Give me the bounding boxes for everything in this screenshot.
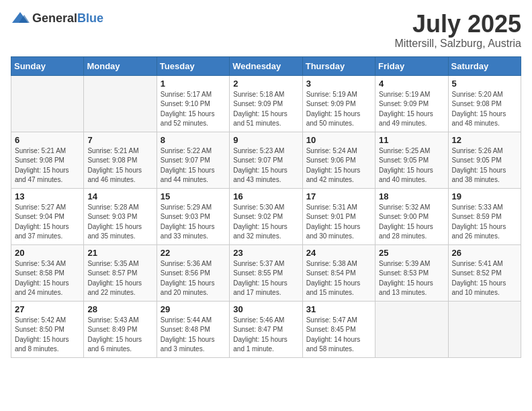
day-number: 31 — [306, 304, 371, 314]
day-number: 23 — [233, 248, 298, 258]
calendar-table: Sunday Monday Tuesday Wednesday Thursday… — [11, 56, 521, 358]
day-number: 2 — [233, 79, 298, 89]
calendar-cell: 25Sunrise: 5:39 AMSunset: 8:53 PMDayligh… — [375, 244, 448, 301]
day-info: Sunrise: 5:20 AMSunset: 9:08 PMDaylight:… — [452, 91, 506, 128]
calendar-cell: 26Sunrise: 5:41 AMSunset: 8:52 PMDayligh… — [448, 244, 521, 301]
calendar-cell: 22Sunrise: 5:36 AMSunset: 8:56 PMDayligh… — [157, 244, 229, 301]
day-number: 7 — [87, 135, 152, 145]
calendar-cell — [84, 75, 157, 132]
day-number: 30 — [233, 304, 298, 314]
day-number: 20 — [15, 248, 80, 258]
calendar-cell: 10Sunrise: 5:24 AMSunset: 9:06 PMDayligh… — [302, 132, 375, 188]
day-info: Sunrise: 5:26 AMSunset: 9:05 PMDaylight:… — [452, 147, 506, 184]
day-info: Sunrise: 5:46 AMSunset: 8:47 PMDaylight:… — [233, 316, 287, 353]
calendar-cell: 16Sunrise: 5:30 AMSunset: 9:02 PMDayligh… — [230, 188, 302, 244]
day-number: 17 — [306, 191, 371, 201]
calendar-cell: 15Sunrise: 5:29 AMSunset: 9:03 PMDayligh… — [157, 188, 229, 244]
calendar-cell: 29Sunrise: 5:44 AMSunset: 8:48 PMDayligh… — [157, 301, 229, 357]
calendar-cell: 3Sunrise: 5:19 AMSunset: 9:09 PMDaylight… — [302, 75, 375, 132]
calendar-cell — [11, 75, 84, 132]
calendar-cell: 11Sunrise: 5:25 AMSunset: 9:05 PMDayligh… — [375, 132, 448, 188]
day-number: 4 — [379, 79, 444, 89]
day-info: Sunrise: 5:23 AMSunset: 9:07 PMDaylight:… — [233, 147, 287, 184]
col-monday: Monday — [84, 56, 157, 75]
day-info: Sunrise: 5:30 AMSunset: 9:02 PMDaylight:… — [233, 203, 287, 240]
location-title: Mittersill, Salzburg, Austria — [394, 38, 521, 50]
day-number: 22 — [161, 248, 226, 258]
day-number: 1 — [161, 79, 226, 89]
day-number: 3 — [306, 79, 371, 89]
calendar-cell: 7Sunrise: 5:21 AMSunset: 9:08 PMDaylight… — [84, 132, 157, 188]
day-info: Sunrise: 5:38 AMSunset: 8:54 PMDaylight:… — [306, 260, 361, 297]
calendar-cell: 20Sunrise: 5:34 AMSunset: 8:58 PMDayligh… — [11, 244, 84, 301]
day-number: 27 — [15, 304, 80, 314]
day-number: 13 — [15, 191, 80, 201]
day-number: 9 — [233, 135, 298, 145]
day-number: 26 — [452, 248, 517, 258]
logo-icon — [11, 11, 30, 26]
day-number: 6 — [15, 135, 80, 145]
day-info: Sunrise: 5:19 AMSunset: 9:09 PMDaylight:… — [306, 91, 361, 128]
calendar-cell: 24Sunrise: 5:38 AMSunset: 8:54 PMDayligh… — [302, 244, 375, 301]
calendar-week-1: 1Sunrise: 5:17 AMSunset: 9:10 PMDaylight… — [11, 75, 521, 132]
day-number: 15 — [161, 191, 226, 201]
calendar-cell: 27Sunrise: 5:42 AMSunset: 8:50 PMDayligh… — [11, 301, 84, 357]
calendar-cell: 1Sunrise: 5:17 AMSunset: 9:10 PMDaylight… — [157, 75, 229, 132]
logo-blue: Blue — [77, 11, 103, 25]
day-number: 21 — [87, 248, 152, 258]
calendar-cell: 31Sunrise: 5:47 AMSunset: 8:45 PMDayligh… — [302, 301, 375, 357]
calendar-cell: 2Sunrise: 5:18 AMSunset: 9:09 PMDaylight… — [230, 75, 302, 132]
title-block: July 2025 Mittersill, Salzburg, Austria — [394, 11, 521, 50]
calendar-cell: 17Sunrise: 5:31 AMSunset: 9:01 PMDayligh… — [302, 188, 375, 244]
calendar-cell: 8Sunrise: 5:22 AMSunset: 9:07 PMDaylight… — [157, 132, 229, 188]
calendar-week-5: 27Sunrise: 5:42 AMSunset: 8:50 PMDayligh… — [11, 301, 521, 357]
calendar-cell: 18Sunrise: 5:32 AMSunset: 9:00 PMDayligh… — [375, 188, 448, 244]
day-info: Sunrise: 5:22 AMSunset: 9:07 PMDaylight:… — [161, 147, 215, 184]
day-info: Sunrise: 5:21 AMSunset: 9:08 PMDaylight:… — [87, 147, 142, 184]
day-info: Sunrise: 5:36 AMSunset: 8:56 PMDaylight:… — [161, 260, 215, 297]
day-info: Sunrise: 5:37 AMSunset: 8:55 PMDaylight:… — [233, 260, 287, 297]
day-number: 18 — [379, 191, 444, 201]
calendar-cell: 13Sunrise: 5:27 AMSunset: 9:04 PMDayligh… — [11, 188, 84, 244]
col-friday: Friday — [375, 56, 448, 75]
day-number: 5 — [452, 79, 517, 89]
day-info: Sunrise: 5:34 AMSunset: 8:58 PMDaylight:… — [15, 260, 69, 297]
day-info: Sunrise: 5:28 AMSunset: 9:03 PMDaylight:… — [87, 203, 142, 240]
calendar-cell: 4Sunrise: 5:19 AMSunset: 9:09 PMDaylight… — [375, 75, 448, 132]
calendar-cell: 5Sunrise: 5:20 AMSunset: 9:08 PMDaylight… — [448, 75, 521, 132]
day-number: 16 — [233, 191, 298, 201]
day-info: Sunrise: 5:33 AMSunset: 8:59 PMDaylight:… — [452, 203, 506, 240]
day-info: Sunrise: 5:41 AMSunset: 8:52 PMDaylight:… — [452, 260, 506, 297]
day-number: 14 — [87, 191, 152, 201]
calendar-cell: 28Sunrise: 5:43 AMSunset: 8:49 PMDayligh… — [84, 301, 157, 357]
day-info: Sunrise: 5:42 AMSunset: 8:50 PMDaylight:… — [15, 316, 69, 353]
day-number: 10 — [306, 135, 371, 145]
day-number: 24 — [306, 248, 371, 258]
col-thursday: Thursday — [302, 56, 375, 75]
calendar-week-3: 13Sunrise: 5:27 AMSunset: 9:04 PMDayligh… — [11, 188, 521, 244]
day-info: Sunrise: 5:29 AMSunset: 9:03 PMDaylight:… — [161, 203, 215, 240]
day-info: Sunrise: 5:21 AMSunset: 9:08 PMDaylight:… — [15, 147, 69, 184]
calendar-cell: 23Sunrise: 5:37 AMSunset: 8:55 PMDayligh… — [230, 244, 302, 301]
day-info: Sunrise: 5:47 AMSunset: 8:45 PMDaylight:… — [306, 316, 361, 353]
calendar-cell: 30Sunrise: 5:46 AMSunset: 8:47 PMDayligh… — [230, 301, 302, 357]
day-number: 8 — [161, 135, 226, 145]
day-info: Sunrise: 5:31 AMSunset: 9:01 PMDaylight:… — [306, 203, 361, 240]
page-header: GeneralBlue July 2025 Mittersill, Salzbu… — [11, 11, 521, 50]
col-sunday: Sunday — [11, 56, 84, 75]
logo-general: General — [32, 11, 77, 25]
col-wednesday: Wednesday — [230, 56, 302, 75]
day-number: 29 — [161, 304, 226, 314]
calendar-week-2: 6Sunrise: 5:21 AMSunset: 9:08 PMDaylight… — [11, 132, 521, 188]
day-info: Sunrise: 5:35 AMSunset: 8:57 PMDaylight:… — [87, 260, 142, 297]
logo: GeneralBlue — [11, 11, 103, 26]
day-info: Sunrise: 5:18 AMSunset: 9:09 PMDaylight:… — [233, 91, 287, 128]
calendar-cell: 12Sunrise: 5:26 AMSunset: 9:05 PMDayligh… — [448, 132, 521, 188]
calendar-cell — [448, 301, 521, 357]
day-number: 28 — [87, 304, 152, 314]
col-tuesday: Tuesday — [157, 56, 229, 75]
calendar-cell: 9Sunrise: 5:23 AMSunset: 9:07 PMDaylight… — [230, 132, 302, 188]
day-number: 12 — [452, 135, 517, 145]
calendar-cell: 14Sunrise: 5:28 AMSunset: 9:03 PMDayligh… — [84, 188, 157, 244]
col-saturday: Saturday — [448, 56, 521, 75]
